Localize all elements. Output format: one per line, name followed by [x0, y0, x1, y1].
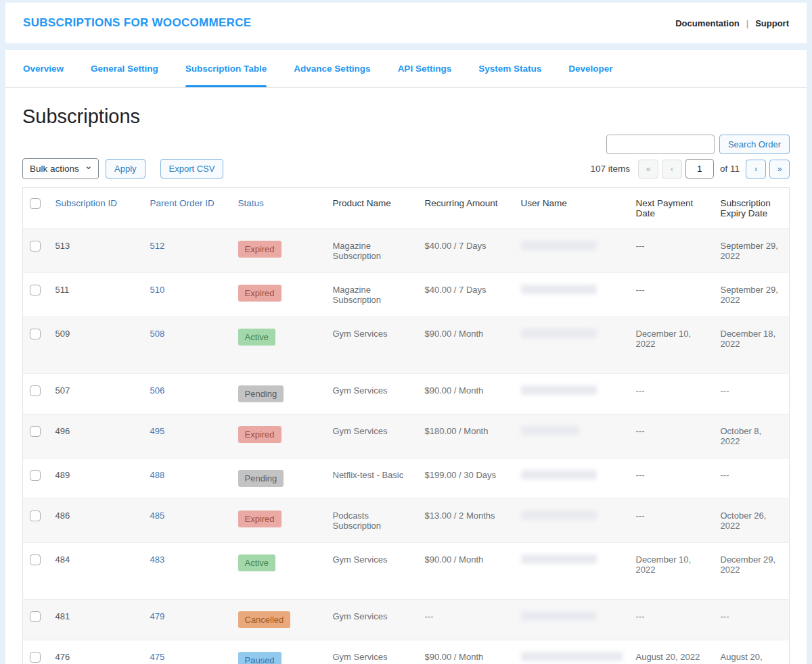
page-title: Subscriptions [22, 105, 790, 128]
subscription-id: 486 [49, 499, 143, 543]
parent-order-link[interactable]: 508 [150, 329, 165, 339]
tab-general-setting[interactable]: General Setting [91, 50, 158, 87]
row-checkbox[interactable] [30, 329, 41, 339]
blurred-user-name [521, 241, 597, 250]
subscriptions-table: Subscription ID Parent Order ID Status P… [22, 187, 790, 664]
search-order-button[interactable]: Search Order [719, 135, 790, 154]
tab-advance-settings[interactable]: Advance Settings [294, 50, 370, 87]
status-badge: Cancelled [238, 611, 291, 628]
top-toolbar: Bulk actions ⌄ Apply Export CSV 107 item… [22, 158, 790, 179]
recurring-amount: $40.00 / 7 Days [418, 229, 514, 273]
product-name: Magazine Subscription [326, 229, 418, 273]
parent-order-link[interactable]: 479 [150, 611, 165, 621]
tab-developer[interactable]: Developer [568, 50, 612, 87]
tab-system-status[interactable]: System Status [478, 50, 541, 87]
recurring-amount: $13.00 / 2 Months [418, 499, 514, 543]
tab-overview[interactable]: Overview [23, 50, 64, 87]
subscription-id: 511 [49, 273, 143, 317]
column-parent-order-id[interactable]: Parent Order ID [150, 198, 215, 208]
blurred-user-name [521, 285, 597, 294]
next-page-button[interactable]: › [746, 160, 766, 179]
parent-order-link[interactable]: 488 [150, 470, 165, 480]
tab-api-settings[interactable]: API Settings [398, 50, 452, 87]
header-links: Documentation | Support [675, 18, 789, 28]
recurring-amount: $180.00 / Month [418, 414, 514, 458]
prev-page-button[interactable]: ‹ [662, 160, 682, 179]
search-input[interactable] [606, 135, 715, 154]
next-payment-date: August 20, 2022 [629, 640, 714, 664]
row-checkbox[interactable] [30, 652, 41, 663]
expiry-date: September 29, 2022 [714, 229, 790, 273]
column-recurring-amount: Recurring Amount [418, 188, 514, 229]
parent-order-link[interactable]: 483 [150, 554, 165, 565]
row-checkbox[interactable] [30, 611, 41, 622]
recurring-amount: $90.00 / Month [418, 543, 514, 600]
column-status[interactable]: Status [238, 198, 264, 208]
column-subscription-expiry-date: Subscription Expiry Date [714, 188, 790, 229]
blurred-user-name [521, 385, 597, 395]
plugin-title: SUBSCRIPTIONS FOR WOOCOMMERCE [23, 16, 251, 30]
subscription-id: 496 [49, 414, 143, 458]
column-subscription-id[interactable]: Subscription ID [55, 198, 118, 208]
main-content: Subscriptions Search Order Bulk actions … [5, 88, 807, 664]
row-checkbox[interactable] [30, 426, 41, 437]
column-next-payment-date: Next Payment Date [629, 188, 714, 229]
table-row: 481 479 Cancelled Gym Services --- --- -… [23, 600, 790, 640]
parent-order-link[interactable]: 512 [150, 241, 165, 251]
product-name: Magazine Subscription [326, 273, 418, 317]
table-row: 489 488 Pending Netflix-test - Basic $19… [23, 458, 790, 499]
row-checkbox[interactable] [30, 470, 41, 481]
top-pagination: 107 items « ‹ of 11 › » [590, 159, 790, 179]
link-separator: | [746, 18, 748, 28]
blurred-user-name [521, 611, 597, 621]
product-name: Gym Services [326, 374, 418, 414]
row-checkbox[interactable] [30, 285, 41, 295]
parent-order-link[interactable]: 485 [150, 511, 165, 521]
table-row: 476 475 Paused Gym Services $90.00 / Mon… [23, 640, 790, 664]
subscription-id: 507 [49, 374, 143, 414]
expiry-date: December 18, 2022 [714, 317, 790, 374]
subscription-id: 509 [49, 317, 143, 374]
support-link[interactable]: Support [755, 18, 789, 28]
bulk-actions-select-wrap: Bulk actions ⌄ [22, 158, 99, 179]
next-payment-date: December 10, 2022 [629, 317, 714, 374]
export-csv-button[interactable]: Export CSV [160, 159, 224, 179]
status-badge: Expired [238, 241, 281, 258]
expiry-date: September 29, 2022 [714, 273, 790, 317]
expiry-date: December 29, 2022 [714, 543, 790, 600]
parent-order-link[interactable]: 495 [150, 426, 165, 436]
row-checkbox[interactable] [30, 554, 41, 565]
parent-order-link[interactable]: 475 [150, 652, 165, 662]
bulk-actions-select[interactable]: Bulk actions [22, 158, 99, 179]
apply-button[interactable]: Apply [106, 159, 145, 179]
status-badge: Paused [238, 652, 281, 664]
current-page-input[interactable] [685, 159, 714, 179]
product-name: Podcasts Subscription [326, 499, 418, 543]
blurred-user-name [521, 470, 597, 479]
header-checkbox-cell [23, 188, 49, 229]
tab-subscription-table[interactable]: Subscription Table [185, 50, 267, 87]
last-page-button[interactable]: » [769, 160, 790, 179]
recurring-amount: $90.00 / Month [418, 317, 514, 374]
table-header-row: Subscription ID Parent Order ID Status P… [23, 188, 790, 229]
settings-tab-bar: Overview General Setting Subscription Ta… [5, 50, 807, 88]
status-badge: Pending [238, 470, 284, 487]
table-row: 513 512 Expired Magazine Subscription $4… [23, 229, 790, 273]
first-page-button[interactable]: « [638, 160, 658, 179]
recurring-amount: --- [418, 600, 514, 640]
product-name: Gym Services [326, 600, 418, 640]
items-count: 107 items [590, 164, 630, 174]
row-checkbox[interactable] [30, 385, 41, 396]
blurred-user-name [521, 329, 597, 338]
row-checkbox[interactable] [30, 511, 41, 521]
status-badge: Pending [238, 385, 284, 402]
documentation-link[interactable]: Documentation [675, 18, 740, 28]
next-payment-date: --- [629, 374, 714, 414]
product-name: Gym Services [326, 640, 418, 664]
search-row: Search Order [22, 135, 790, 154]
row-checkbox[interactable] [30, 241, 41, 252]
parent-order-link[interactable]: 510 [150, 285, 165, 295]
subscription-id: 489 [49, 458, 143, 499]
parent-order-link[interactable]: 506 [150, 385, 165, 396]
select-all-checkbox[interactable] [30, 198, 41, 209]
